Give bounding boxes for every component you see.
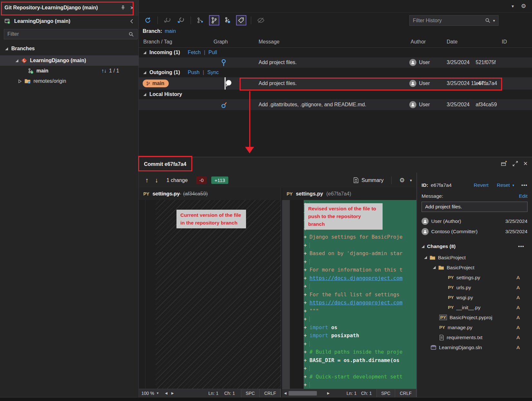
maximize-icon[interactable]	[512, 161, 518, 167]
changes-file-row[interactable]: requirements.txtA	[422, 332, 527, 342]
next-change-button[interactable]: ↓	[155, 177, 158, 184]
scroll-right-icon[interactable]: ▶	[325, 391, 332, 395]
changes-folder-row[interactable]: BasicProject	[422, 263, 527, 272]
push-link[interactable]: Push	[188, 70, 199, 75]
pin-icon[interactable]	[120, 5, 126, 10]
changes-file-row[interactable]: PYurls.pyA	[422, 282, 527, 292]
change-count: 1 change	[166, 177, 188, 183]
fetch-link[interactable]: Fetch	[188, 50, 201, 55]
changes-file-row[interactable]: PYBasicProject.pyprojA	[422, 312, 527, 322]
changes-file-row[interactable]: PYmanage.pyA	[422, 322, 527, 332]
pull-button[interactable]	[176, 15, 186, 25]
scroll-right-icon[interactable]: ▶	[169, 391, 176, 395]
diff-added-line: +import os	[304, 323, 416, 332]
filter-history-box[interactable]: Filter History ▾	[409, 15, 499, 26]
changes-item-label: BasicProject	[438, 255, 466, 261]
fetch-button[interactable]	[162, 15, 173, 25]
line-ending-mode[interactable]: CRLF	[260, 389, 281, 397]
show-branch-graph-toggle[interactable]	[209, 15, 219, 25]
column-id[interactable]: ID	[502, 39, 507, 45]
incoming-section-header[interactable]: Incoming (1) Fetch | Pull	[139, 48, 532, 57]
edit-message-link[interactable]: Edit	[519, 193, 527, 199]
previous-change-button[interactable]: ↑	[145, 177, 148, 184]
zoom-level[interactable]: 100 %	[139, 391, 157, 396]
repository-selector[interactable]: LearningDjango (main)	[0, 15, 138, 27]
branch-filter-box[interactable]: Filter	[4, 29, 138, 39]
column-date[interactable]: Date	[447, 39, 458, 45]
summary-button[interactable]: Summary	[353, 177, 383, 183]
horizontal-scrollbar-thumb[interactable]	[289, 391, 317, 396]
column-author[interactable]: Author	[411, 39, 426, 45]
changes-item-label: BasicProject	[447, 265, 474, 271]
local-history-section-header[interactable]: Local History	[139, 90, 532, 99]
branches-section-header[interactable]: Branches	[0, 44, 138, 53]
history-row-outgoing-commit[interactable]: main Add project files. User 3/25/2024 1…	[139, 77, 532, 90]
changes-more-actions-icon[interactable]: •••	[518, 243, 524, 249]
chevron-down-icon[interactable]: ▾	[512, 4, 514, 9]
changes-file-row[interactable]: PY__init__.pyA	[422, 302, 527, 312]
toolbar-separator	[391, 177, 392, 184]
show-tags-toggle[interactable]	[236, 15, 246, 25]
collapsed-triangle-icon[interactable]	[18, 79, 22, 83]
file-status-added: A	[517, 315, 520, 320]
solution-file-icon	[431, 345, 436, 350]
sidebar-item-remotes-origin[interactable]: remotes/origin	[0, 76, 138, 86]
scroll-left-icon[interactable]: ◀	[282, 391, 289, 395]
sync-link[interactable]: Sync	[207, 70, 219, 75]
close-icon[interactable]: ×	[130, 5, 134, 10]
python-file-icon: PY	[448, 305, 454, 310]
changes-header[interactable]: Changes (8)	[427, 243, 456, 249]
incoming-label: Incoming (1)	[149, 50, 180, 55]
revert-link[interactable]: Revert	[474, 182, 489, 188]
column-branch-tag[interactable]: Branch / Tag	[143, 39, 172, 45]
branch-value-link[interactable]: main	[165, 28, 176, 34]
hide-merge-commits-button[interactable]	[256, 15, 266, 25]
gutter-divider	[145, 200, 146, 389]
commit-id: e67fa7a4	[476, 81, 497, 86]
search-dropdown-caret-icon[interactable]: ▾	[493, 18, 495, 23]
reset-link[interactable]: Reset	[497, 182, 510, 188]
more-actions-icon[interactable]: •••	[521, 182, 527, 188]
main-branch-badge[interactable]: main	[143, 80, 169, 87]
toolbar-separator	[191, 16, 191, 24]
gear-icon[interactable]: ⚙	[521, 3, 526, 10]
show-remote-branches-button[interactable]	[223, 15, 233, 25]
reset-caret-icon[interactable]: ▾	[512, 183, 514, 187]
deletions-badge: -0	[196, 177, 207, 184]
history-row-incoming-commit[interactable]: Add project files. User 3/25/2024 521f07…	[139, 57, 532, 68]
pull-link[interactable]: Pull	[208, 50, 217, 55]
changes-file-row[interactable]: LearningDjango.slnA	[422, 342, 527, 352]
scroll-left-icon[interactable]: ◀	[163, 391, 169, 395]
close-icon[interactable]: ×	[523, 161, 527, 166]
changes-file-row[interactable]: PYwsgi.pyA	[422, 292, 527, 302]
new-file-header: PY settings.py (e67fa7a4)	[282, 188, 416, 200]
commit-message-field[interactable]	[422, 202, 527, 212]
expanded-triangle-icon[interactable]	[422, 245, 424, 248]
history-row-local-commit[interactable]: Add .gitattributes, .gitignore, and READ…	[139, 99, 532, 110]
sidebar-item-main-branch[interactable]: main ↑↓ 1 / 1	[0, 66, 138, 76]
old-pane-status-bar: 100 % ▾ ◀ ▶ Ln: 1 Ch: 1 SPC CRLF	[139, 389, 281, 397]
chevron-left-icon[interactable]	[129, 19, 134, 24]
old-file-name: settings.py	[153, 191, 180, 196]
line-ending-mode[interactable]: CRLF	[395, 389, 416, 397]
expanded-triangle-icon[interactable]	[433, 266, 436, 269]
minimap-scrollbar[interactable]	[282, 200, 290, 389]
changes-file-row[interactable]: PYsettings.pyA	[422, 272, 527, 282]
sync-arrows-icon: ↑↓	[101, 68, 107, 74]
outgoing-section-header[interactable]: Outgoing (1) Push | Sync	[139, 68, 532, 77]
zoom-caret-icon[interactable]: ▾	[157, 391, 159, 395]
column-graph[interactable]: Graph	[214, 39, 228, 45]
space-mode[interactable]: SPC	[376, 389, 395, 397]
space-mode[interactable]: SPC	[241, 389, 260, 397]
expanded-triangle-icon[interactable]	[424, 256, 427, 259]
refresh-button[interactable]	[143, 15, 153, 25]
diff-settings-gear-icon[interactable]: ⚙	[399, 177, 405, 184]
local-commit-graph-icon	[221, 100, 228, 109]
sidebar-item-repo-node[interactable]: LearningDjango (main)	[0, 55, 138, 66]
diff-settings-caret-icon[interactable]: ▾	[410, 178, 412, 183]
float-window-icon[interactable]	[501, 160, 507, 167]
compare-branches-button[interactable]	[195, 15, 206, 25]
changes-folder-row[interactable]: BasicProject	[422, 253, 527, 263]
column-message[interactable]: Message	[259, 39, 280, 45]
expanded-triangle-icon[interactable]	[15, 59, 18, 62]
